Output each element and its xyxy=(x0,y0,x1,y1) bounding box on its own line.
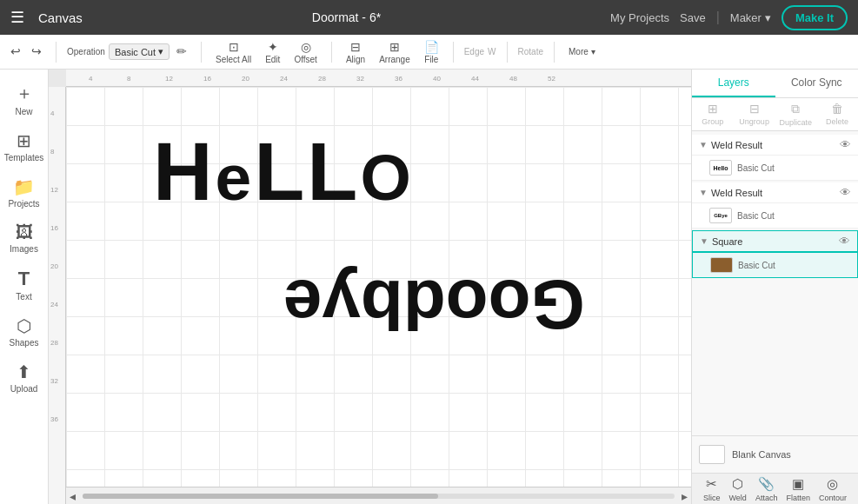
offset-label: Offset xyxy=(294,55,317,64)
panel-actions: ⊞ Group ⊟ Ungroup ⧉ Duplicate 🗑 Delete xyxy=(692,98,858,131)
layer-item-hello[interactable]: Hello Basic Cut xyxy=(692,156,858,181)
nav-center: Doormat - 6* xyxy=(96,10,596,24)
ruler-left-32: 32 xyxy=(50,377,58,385)
weld-result-2-name: Weld Result xyxy=(711,188,836,198)
text-icon: T xyxy=(18,268,30,290)
maker-button[interactable]: Maker ▾ xyxy=(730,11,771,24)
arrange-icon: ⊞ xyxy=(389,40,400,54)
basic-cut-label: Basic Cut xyxy=(115,47,156,57)
bottom-panel: Blank Canvas xyxy=(692,435,858,473)
layer-group-weld-2: ▼ Weld Result 👁 GBye Basic Cut xyxy=(692,182,858,229)
ruler-num-12: 12 xyxy=(165,75,173,83)
layers-list: ▼ Weld Result 👁 Hello Basic Cut ▼ Weld R… xyxy=(692,131,858,435)
tab-color-sync[interactable]: Color Sync xyxy=(775,70,859,97)
ruler-num-28: 28 xyxy=(318,75,326,83)
edit-icon: ✦ xyxy=(268,40,278,54)
attach-label: Attach xyxy=(755,494,778,502)
layer-group-header-square[interactable]: ▼ Square 👁 xyxy=(692,230,858,252)
canvas-area[interactable]: 4 8 12 16 20 24 28 32 36 40 44 48 52 4 8… xyxy=(49,70,691,504)
make-it-button[interactable]: Make It xyxy=(782,5,848,30)
ungroup-icon: ⊟ xyxy=(749,102,760,116)
collapse-arrow-weld-2: ▼ xyxy=(699,188,708,197)
layer-cut-goodbye: Basic Cut xyxy=(737,211,775,221)
save-link[interactable]: Save xyxy=(680,11,706,24)
ruler-num-16: 16 xyxy=(203,75,211,83)
attach-button[interactable]: 📎 Attach xyxy=(755,476,778,502)
layer-group-square: ▼ Square 👁 Basic Cut xyxy=(692,230,858,278)
ruler-num-44: 44 xyxy=(471,75,479,83)
group-button[interactable]: ⊞ Group xyxy=(692,98,734,130)
separator-4 xyxy=(453,42,454,63)
separator-6 xyxy=(554,42,555,63)
nav-right: My Projects Save | Maker ▾ Make It xyxy=(610,5,848,30)
visibility-weld-2-icon[interactable]: 👁 xyxy=(840,186,851,199)
collapse-arrow-weld-1: ▼ xyxy=(699,140,708,149)
undo-button[interactable]: ↩ xyxy=(7,43,24,61)
offset-button[interactable]: ◎ Offset xyxy=(290,38,321,66)
toolbar: ↩ ↪ Operation Basic Cut ▾ ✏ ⊡ Select All… xyxy=(0,35,858,70)
duplicate-button[interactable]: ⧉ Duplicate xyxy=(775,98,817,130)
select-all-button[interactable]: ⊡ Select All xyxy=(212,38,255,66)
slice-button[interactable]: ✂ Slice xyxy=(703,476,721,502)
ruler-left-28: 28 xyxy=(50,339,58,347)
visibility-square-icon[interactable]: 👁 xyxy=(839,235,850,248)
ruler-num-4: 4 xyxy=(89,75,92,83)
basic-cut-pill[interactable]: Basic Cut ▾ xyxy=(109,43,170,60)
panel-bottom-toolbar: ✂ Slice ⬡ Weld 📎 Attach ▣ Flatten ◎ Cont… xyxy=(692,473,858,504)
canvas-white[interactable]: HeLLO Goodbye xyxy=(66,87,691,487)
ungroup-label: Ungroup xyxy=(739,117,769,126)
edit-label: Edit xyxy=(265,55,280,64)
sidebar-item-new[interactable]: ＋ New xyxy=(0,76,48,122)
panel-tabs: Layers Color Sync xyxy=(692,70,858,98)
ungroup-button[interactable]: ⊟ Ungroup xyxy=(734,98,775,130)
scroll-left-icon[interactable]: ◂ xyxy=(70,489,76,503)
my-projects-link[interactable]: My Projects xyxy=(610,11,669,24)
sidebar-item-text[interactable]: T Text xyxy=(0,262,48,307)
sidebar-item-images[interactable]: 🖼 Images xyxy=(0,217,48,259)
separator-2 xyxy=(201,42,202,63)
ruler-num-52: 52 xyxy=(548,75,555,83)
pencil-button[interactable]: ✏ xyxy=(173,43,190,61)
sidebar-item-projects[interactable]: 📁 Projects xyxy=(0,171,48,214)
more-button[interactable]: More ▾ xyxy=(565,45,599,58)
horizontal-scrollbar[interactable] xyxy=(83,494,675,499)
visibility-weld-1-icon[interactable]: 👁 xyxy=(840,138,851,151)
slice-label: Slice xyxy=(703,494,721,502)
ruler-left-36: 36 xyxy=(50,415,58,423)
align-button[interactable]: ⊟ Align xyxy=(343,38,369,66)
attach-icon: 📎 xyxy=(758,476,775,492)
blank-canvas-thumb xyxy=(699,445,725,464)
contour-button[interactable]: ◎ Contour xyxy=(819,476,847,502)
sidebar-item-shapes[interactable]: ⬡ Shapes xyxy=(0,310,48,353)
edge-group: Edge W xyxy=(464,47,496,56)
sidebar-item-upload[interactable]: ⬆ Upload xyxy=(0,356,48,399)
edit-button[interactable]: ✦ Edit xyxy=(262,38,283,66)
layer-cut-hello: Basic Cut xyxy=(737,163,775,173)
rotate-group: Rotate xyxy=(518,47,543,56)
layer-group-header-weld-2[interactable]: ▼ Weld Result 👁 xyxy=(692,182,858,203)
hamburger-menu-icon[interactable]: ☰ xyxy=(10,8,24,27)
tab-layers[interactable]: Layers xyxy=(692,70,775,97)
ruler-num-48: 48 xyxy=(509,75,517,83)
scroll-right-icon[interactable]: ▸ xyxy=(682,489,688,503)
blank-canvas-label: Blank Canvas xyxy=(732,449,791,460)
layer-group-header-weld-1[interactable]: ▼ Weld Result 👁 xyxy=(692,135,858,156)
projects-icon: 📁 xyxy=(13,176,35,197)
layer-item-square[interactable]: Basic Cut xyxy=(692,252,858,278)
more-label: More ▾ xyxy=(569,47,595,56)
sidebar-item-templates[interactable]: ⊞ Templates xyxy=(0,125,48,168)
undo-redo-group: ↩ ↪ xyxy=(7,43,45,61)
edge-label: Edge xyxy=(464,47,484,56)
upload-icon: ⬆ xyxy=(17,361,31,382)
weld-button[interactable]: ⬡ Weld xyxy=(729,476,747,502)
ruler-left: 4 8 12 16 20 24 28 32 36 xyxy=(49,87,66,504)
sidebar-item-new-label: New xyxy=(15,107,32,116)
arrange-button[interactable]: ⊞ Arrange xyxy=(376,38,414,66)
ruler-left-8: 8 xyxy=(50,148,54,156)
file-button[interactable]: 📄 File xyxy=(421,38,442,66)
layer-item-goodbye[interactable]: GBye Basic Cut xyxy=(692,203,858,229)
flatten-button[interactable]: ▣ Flatten xyxy=(786,476,810,502)
delete-button[interactable]: 🗑 Delete xyxy=(816,98,858,130)
redo-button[interactable]: ↪ xyxy=(28,43,45,61)
blank-canvas-row[interactable]: Blank Canvas xyxy=(699,441,851,468)
